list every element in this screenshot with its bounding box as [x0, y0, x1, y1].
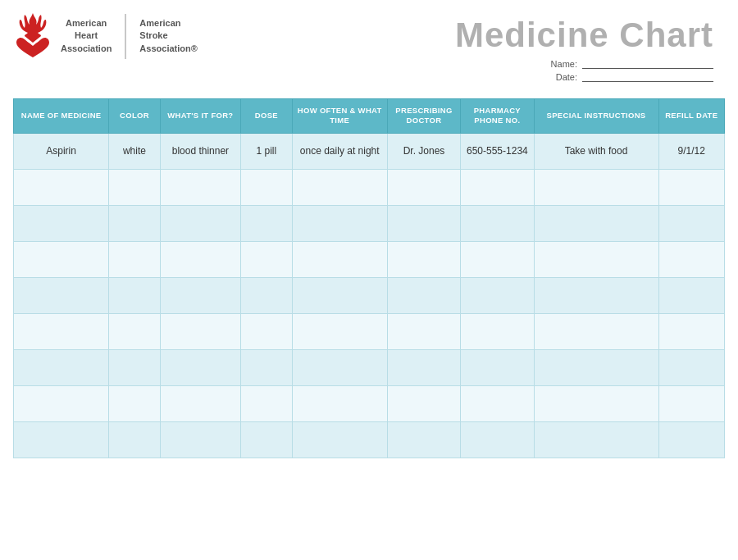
cell-dose — [241, 385, 293, 421]
page: American Heart Association American Stro… — [0, 0, 738, 560]
col-header-medicine: NAME OF MEDICINE — [14, 99, 109, 134]
cell-pharmacy — [461, 205, 534, 241]
cell-color — [109, 421, 161, 458]
cell-special — [534, 349, 658, 385]
col-header-how: HOW OFTEN & WHAT TIME — [292, 99, 387, 134]
date-input-line[interactable] — [582, 72, 713, 82]
cell-refill — [658, 385, 725, 421]
cell-what — [160, 385, 240, 421]
table-row — [14, 169, 725, 205]
cell-special — [534, 205, 658, 241]
cell-color — [109, 277, 161, 313]
aha-logo-icon — [13, 11, 52, 61]
table-container: NAME OF MEDICINECOLORWHAT'S IT FOR?DOSEH… — [0, 98, 738, 471]
logo-divider — [125, 14, 126, 59]
cell-refill — [658, 421, 725, 458]
cell-pharmacy — [461, 349, 534, 385]
cell-special — [534, 241, 658, 277]
cell-what — [160, 277, 240, 313]
name-label: Name: — [551, 59, 577, 69]
col-header-pharmacy: PHARMACY PHONE NO. — [461, 99, 534, 134]
cell-medicine — [14, 169, 109, 205]
table-row — [14, 241, 725, 277]
cell-dose — [241, 241, 293, 277]
cell-dose — [241, 349, 293, 385]
cell-refill — [658, 313, 725, 349]
table-row — [14, 385, 725, 421]
name-input-line[interactable] — [582, 59, 713, 69]
logo-text-left: American Heart Association — [61, 17, 112, 55]
cell-color: white — [109, 133, 161, 169]
cell-dose — [241, 169, 293, 205]
cell-pharmacy — [461, 385, 534, 421]
medicine-table: NAME OF MEDICINECOLORWHAT'S IT FOR?DOSEH… — [13, 98, 725, 458]
logo-text-right: American Stroke Association® — [139, 17, 197, 55]
cell-how — [292, 313, 387, 349]
cell-pharmacy — [461, 421, 534, 458]
col-header-special: SPECIAL INSTRUCTIONS — [534, 99, 658, 134]
cell-what: blood thinner — [160, 133, 240, 169]
cell-medicine: Aspirin — [14, 133, 109, 169]
header-right: Medicine Chart Name: Date: — [455, 11, 713, 82]
cell-how — [292, 349, 387, 385]
cell-color — [109, 313, 161, 349]
cell-doctor — [387, 421, 460, 458]
col-header-color: COLOR — [109, 99, 161, 134]
cell-medicine — [14, 205, 109, 241]
table-row — [14, 277, 725, 313]
cell-special: Take with food — [534, 133, 658, 169]
cell-doctor — [387, 277, 460, 313]
cell-dose — [241, 421, 293, 458]
cell-doctor — [387, 349, 460, 385]
cell-color — [109, 385, 161, 421]
cell-how: once daily at night — [292, 133, 387, 169]
cell-how — [292, 385, 387, 421]
cell-special — [534, 385, 658, 421]
table-row — [14, 421, 725, 458]
cell-dose — [241, 313, 293, 349]
table-row: Aspirinwhiteblood thinner1 pillonce dail… — [14, 133, 725, 169]
cell-dose: 1 pill — [241, 133, 293, 169]
cell-pharmacy — [461, 313, 534, 349]
header: American Heart Association American Stro… — [0, 0, 738, 90]
table-header-row: NAME OF MEDICINECOLORWHAT'S IT FOR?DOSEH… — [14, 99, 725, 134]
cell-how — [292, 421, 387, 458]
cell-refill — [658, 205, 725, 241]
cell-refill — [658, 241, 725, 277]
cell-special — [534, 169, 658, 205]
cell-medicine — [14, 277, 109, 313]
cell-pharmacy — [461, 241, 534, 277]
cell-how — [292, 277, 387, 313]
table-row — [14, 313, 725, 349]
cell-special — [534, 277, 658, 313]
cell-how — [292, 169, 387, 205]
cell-refill — [658, 169, 725, 205]
col-header-what: WHAT'S IT FOR? — [160, 99, 240, 134]
cell-special — [534, 421, 658, 458]
table-row — [14, 349, 725, 385]
cell-pharmacy: 650-555-1234 — [461, 133, 534, 169]
cell-what — [160, 205, 240, 241]
cell-what — [160, 313, 240, 349]
cell-pharmacy — [461, 169, 534, 205]
col-header-doctor: PRESCRIBING DOCTOR — [387, 99, 460, 134]
cell-color — [109, 205, 161, 241]
cell-medicine — [14, 385, 109, 421]
cell-medicine — [14, 313, 109, 349]
cell-dose — [241, 277, 293, 313]
logo-area: American Heart Association American Stro… — [13, 11, 198, 61]
col-header-dose: DOSE — [241, 99, 293, 134]
cell-doctor: Dr. Jones — [387, 133, 460, 169]
cell-what — [160, 349, 240, 385]
cell-medicine — [14, 349, 109, 385]
cell-how — [292, 205, 387, 241]
cell-doctor — [387, 205, 460, 241]
cell-doctor — [387, 241, 460, 277]
cell-dose — [241, 205, 293, 241]
form-fields: Name: Date: — [455, 59, 713, 82]
table-body: Aspirinwhiteblood thinner1 pillonce dail… — [14, 133, 725, 458]
table-row — [14, 205, 725, 241]
cell-medicine — [14, 241, 109, 277]
cell-pharmacy — [461, 277, 534, 313]
cell-doctor — [387, 385, 460, 421]
